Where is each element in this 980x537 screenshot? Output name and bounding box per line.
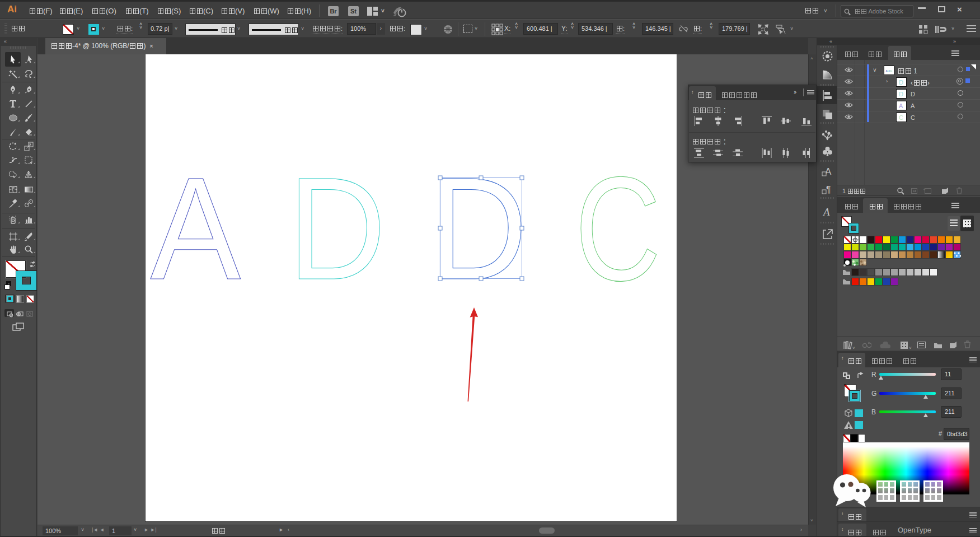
svg-text:D: D bbox=[899, 79, 903, 86]
svg-text:D: D bbox=[288, 147, 386, 310]
svg-text:C: C bbox=[575, 146, 661, 311]
svg-text:A: A bbox=[151, 147, 241, 310]
svg-text:¶: ¶ bbox=[826, 185, 831, 194]
svg-text:C: C bbox=[899, 114, 903, 121]
svg-text:D: D bbox=[429, 147, 527, 310]
svg-text:A: A bbox=[899, 102, 903, 109]
svg-text:D: D bbox=[899, 91, 903, 97]
svg-text:A: A bbox=[822, 206, 830, 218]
